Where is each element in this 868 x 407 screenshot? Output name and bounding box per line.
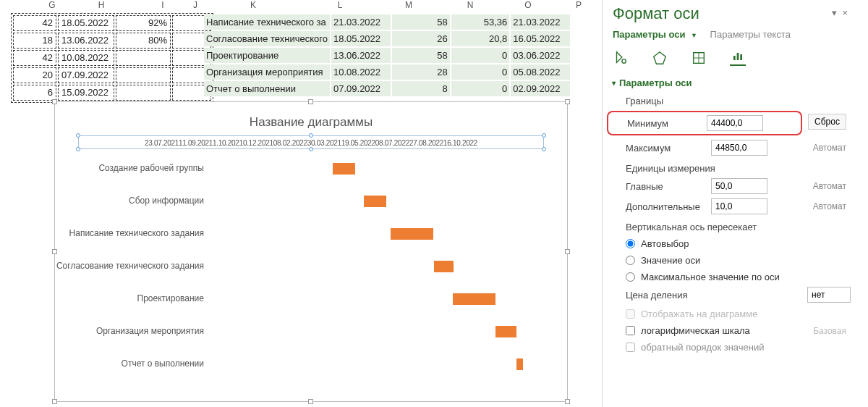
col-header-m[interactable]: M <box>394 0 423 13</box>
resize-handle[interactable] <box>308 99 313 104</box>
bar[interactable] <box>434 261 454 272</box>
resize-handle[interactable] <box>565 399 570 404</box>
x-axis-selection[interactable]: 23.07.202111.09.20211.10.20210.12.202108… <box>78 135 544 149</box>
cell[interactable]: 18.05.2022 <box>331 31 391 46</box>
cell[interactable]: 28 <box>392 64 450 80</box>
cell[interactable]: Согласование технического <box>204 31 330 46</box>
cell[interactable]: Написание технического за <box>204 14 330 30</box>
col-header-n[interactable]: N <box>456 0 485 13</box>
display-units-select[interactable] <box>807 287 851 303</box>
major-unit-input[interactable] <box>711 178 767 194</box>
effects-icon[interactable] <box>652 50 668 66</box>
cell[interactable]: 8 <box>392 81 450 96</box>
pane-menu-icon[interactable]: ▾ <box>832 7 837 18</box>
log-scale-checkbox[interactable] <box>626 326 635 335</box>
cell[interactable]: 26 <box>392 31 450 46</box>
cell[interactable]: 07.09.2022 <box>58 67 114 83</box>
bar[interactable] <box>495 326 516 337</box>
col-header-g[interactable]: G <box>38 0 67 13</box>
chart-object[interactable]: Название диаграммы 23.07.202111.09.20211… <box>54 101 568 402</box>
radio-auto[interactable] <box>626 239 635 248</box>
resize-handle[interactable] <box>52 99 57 104</box>
size-properties-icon[interactable] <box>691 50 707 66</box>
bar[interactable] <box>453 293 495 305</box>
cell[interactable]: 15.09.2022 <box>58 85 114 101</box>
bar[interactable] <box>516 358 523 370</box>
cell[interactable]: 92% <box>116 15 171 31</box>
close-icon[interactable]: × <box>842 7 848 18</box>
cell[interactable]: 16.05.2022 <box>511 31 570 46</box>
cell[interactable]: 13.06.2022 <box>58 33 114 49</box>
cell[interactable]: 10.08.2022 <box>331 64 391 80</box>
cell[interactable]: 53,36 <box>451 14 510 30</box>
resize-handle[interactable] <box>52 399 57 404</box>
col-header-p[interactable]: P <box>571 0 586 13</box>
cell[interactable]: 07.09.2022 <box>331 81 391 96</box>
resize-handle[interactable] <box>308 399 313 404</box>
cell[interactable] <box>116 67 171 83</box>
bar[interactable] <box>333 163 355 175</box>
fill-line-icon[interactable] <box>613 50 629 66</box>
cell[interactable]: 58 <box>392 48 450 63</box>
chart-title[interactable]: Название диаграммы <box>55 102 567 135</box>
cell[interactable]: 21.03.2022 <box>331 14 391 30</box>
resize-handle[interactable] <box>52 249 57 254</box>
col-header-l[interactable]: L <box>326 0 354 13</box>
radio-max-value[interactable] <box>626 272 635 282</box>
section-axis-options[interactable]: Параметры оси <box>613 77 851 88</box>
data-table[interactable]: Написание технического за21.03.20225853,… <box>203 13 571 98</box>
resize-handle[interactable] <box>565 99 570 104</box>
resize-handle[interactable] <box>565 249 570 254</box>
axis-options-icon[interactable] <box>730 50 746 66</box>
tab-axis-options[interactable]: Параметры оси <box>613 29 685 40</box>
col-header-h[interactable]: H <box>87 0 116 13</box>
cell[interactable]: 13.06.2022 <box>331 48 391 63</box>
selection-table[interactable]: 4218.05.202292% 1813.06.202280% 4210.08.… <box>11 13 213 103</box>
cell[interactable]: 20,8 <box>451 31 510 46</box>
cell[interactable]: 03.06.2022 <box>511 48 570 63</box>
cell[interactable]: Проектирование <box>204 48 330 63</box>
cell[interactable]: 10.08.2022 <box>58 50 114 66</box>
cell[interactable]: 42 <box>13 15 56 31</box>
col-header-o[interactable]: O <box>514 0 542 13</box>
minimum-label: Минимум <box>608 118 701 129</box>
cell[interactable]: 18 <box>13 33 56 49</box>
cell[interactable]: 0 <box>451 48 510 63</box>
cell[interactable]: 05.08.2022 <box>511 64 570 80</box>
reverse-order-checkbox[interactable] <box>626 343 635 352</box>
tick: 30.03.2021 <box>307 139 341 147</box>
svg-point-0 <box>622 59 626 64</box>
col-header-i[interactable]: I <box>148 0 177 13</box>
radio-axis-value-label: Значение оси <box>641 255 700 266</box>
reset-button[interactable]: Сброс <box>808 114 846 130</box>
minor-unit-input[interactable] <box>711 198 767 214</box>
pane-controls[interactable]: ▾ × <box>832 7 848 18</box>
minor-unit-label: Дополнительные <box>613 201 705 212</box>
chart-plot-area[interactable]: Создание рабочей группы Сбор информации … <box>78 158 544 382</box>
cell[interactable] <box>116 85 171 101</box>
cell[interactable]: 0 <box>451 81 510 96</box>
bar[interactable] <box>391 228 433 240</box>
cell[interactable]: 21.03.2022 <box>511 14 570 30</box>
cell[interactable]: 20 <box>13 67 56 83</box>
cell[interactable]: 80% <box>116 33 171 49</box>
col-header-k[interactable]: K <box>239 0 268 13</box>
cell[interactable]: Организация мероприятия <box>204 64 330 80</box>
tab-text-options[interactable]: Параметры текста <box>710 29 791 40</box>
radio-axis-value[interactable] <box>626 256 635 265</box>
cell[interactable]: 02.09.2022 <box>511 81 570 96</box>
bar[interactable] <box>364 196 386 207</box>
chevron-down-icon[interactable]: ▼ <box>688 32 707 39</box>
cell[interactable] <box>116 50 171 66</box>
cell[interactable]: 6 <box>13 85 56 101</box>
category-label: Создание рабочей группы <box>45 163 204 173</box>
svg-rect-6 <box>737 53 739 60</box>
maximum-input[interactable] <box>711 140 767 156</box>
cell[interactable]: 42 <box>13 50 56 66</box>
col-header-j[interactable]: J <box>188 0 203 13</box>
minimum-input[interactable] <box>707 115 763 131</box>
cell[interactable]: 18.05.2022 <box>58 15 114 31</box>
cell[interactable]: 58 <box>392 14 450 30</box>
cell[interactable]: Отчет о выполнении <box>204 81 330 96</box>
cell[interactable]: 0 <box>451 64 510 80</box>
